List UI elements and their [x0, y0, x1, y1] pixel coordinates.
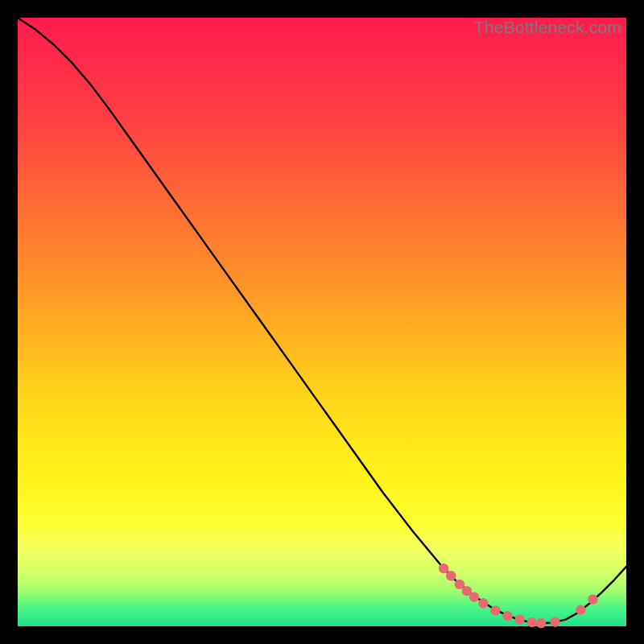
chart-svg — [18, 18, 626, 626]
data-point — [502, 611, 512, 621]
data-point — [490, 605, 500, 615]
data-point — [588, 595, 597, 605]
curve-line — [18, 18, 626, 623]
data-point — [527, 617, 537, 627]
chart-frame: TheBottleneck.com — [0, 0, 644, 644]
plot-area: TheBottleneck.com — [18, 18, 626, 626]
data-point — [515, 614, 525, 624]
data-point — [576, 605, 585, 614]
data-points — [439, 564, 598, 628]
data-point — [536, 618, 546, 628]
data-point — [446, 571, 456, 580]
data-point — [478, 598, 488, 608]
data-point — [550, 617, 559, 627]
data-point — [469, 592, 479, 602]
data-point — [439, 564, 448, 573]
